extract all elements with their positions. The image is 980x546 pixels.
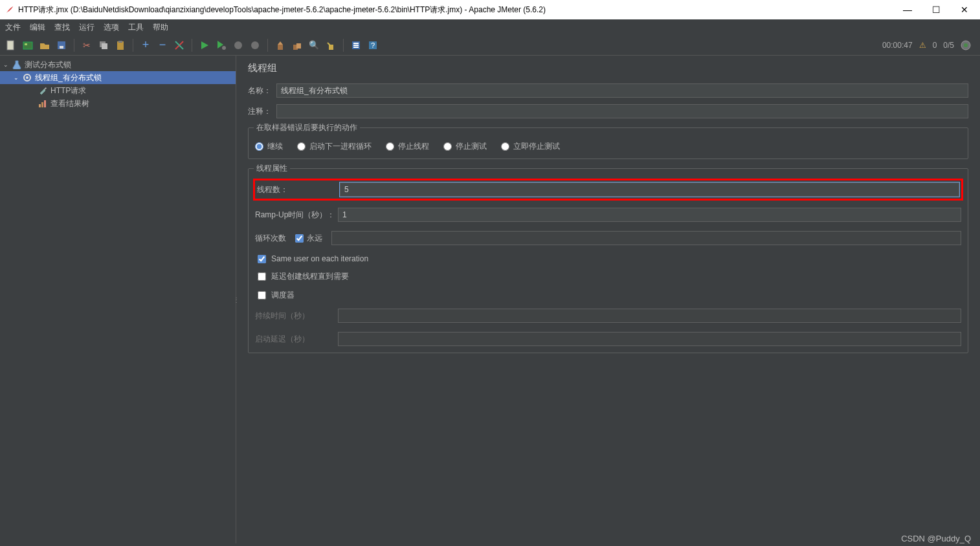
start-no-timers-icon[interactable] <box>214 38 228 52</box>
start-icon[interactable] <box>197 38 212 52</box>
splitter-handle[interactable]: ⋮ <box>233 296 238 303</box>
run-status-icon <box>961 40 971 50</box>
scheduler-checkbox[interactable]: 调度器 <box>258 290 295 301</box>
radio-next-loop[interactable]: 启动下一进程循环 <box>297 141 372 152</box>
tree-results-tree[interactable]: 查看结果树 <box>0 97 236 110</box>
radio-stop-test[interactable]: 停止测试 <box>443 141 487 152</box>
radio-stop-thread[interactable]: 停止线程 <box>386 141 429 152</box>
comment-label: 注释： <box>248 106 276 117</box>
beaker-icon <box>12 60 22 70</box>
radio-stop-thread-label: 停止线程 <box>398 141 429 152</box>
name-label: 名称： <box>248 85 276 96</box>
caret-down-icon[interactable]: ⌄ <box>3 61 9 68</box>
watermark: CSDN @Puddy_Q <box>901 534 971 543</box>
svg-rect-12 <box>278 45 283 50</box>
gear-icon <box>22 72 32 83</box>
clear-icon[interactable] <box>273 38 287 52</box>
svg-point-25 <box>26 76 28 79</box>
menu-file[interactable]: 文件 <box>5 22 21 33</box>
thread-count: 0/5 <box>943 41 954 50</box>
app-icon <box>5 5 14 14</box>
collapse-icon[interactable]: − <box>155 38 170 52</box>
maximize-button[interactable]: ☐ <box>931 5 941 15</box>
thread-props-legend: 线程属性 <box>254 163 290 174</box>
menu-run[interactable]: 运行 <box>79 22 95 33</box>
radio-stop-now[interactable]: 立即停止测试 <box>501 141 560 152</box>
threads-label: 线程数： <box>257 184 340 195</box>
titlebar: HTTP请求.jmx (D:\BaiduNetdiskDownload\qian… <box>0 0 980 19</box>
tree-root[interactable]: ⌄ 测试分布式锁 <box>0 58 236 71</box>
paste-icon[interactable] <box>113 38 128 52</box>
radio-continue[interactable]: 继续 <box>255 141 283 152</box>
search-icon[interactable]: 🔍 <box>307 38 321 52</box>
tree-results-label: 查看结果树 <box>50 98 89 109</box>
expand-icon[interactable]: + <box>139 38 153 52</box>
warning-icon[interactable]: ⚠ <box>919 41 926 50</box>
toggle-icon[interactable] <box>172 38 186 52</box>
svg-rect-1 <box>23 42 32 49</box>
threads-input[interactable] <box>340 182 959 197</box>
error-action-legend: 在取样器错误后要执行的动作 <box>254 122 360 133</box>
tree-root-label: 测试分布式锁 <box>25 60 71 71</box>
menu-edit[interactable]: 编辑 <box>30 22 45 33</box>
elapsed-time: 00:00:47 <box>882 41 913 50</box>
svg-rect-28 <box>41 102 43 107</box>
svg-rect-2 <box>25 43 27 45</box>
same-user-label: Same user on each iteration <box>271 254 368 263</box>
minimize-button[interactable]: — <box>902 5 913 15</box>
svg-rect-8 <box>118 41 122 43</box>
svg-rect-0 <box>7 41 14 50</box>
svg-point-23 <box>964 43 968 47</box>
svg-rect-10 <box>234 41 242 49</box>
menu-help[interactable]: 帮助 <box>153 22 168 33</box>
active-count: 0 <box>933 41 937 50</box>
svg-text:?: ? <box>371 41 375 49</box>
scheduler-label: 调度器 <box>271 290 295 301</box>
same-user-checkbox[interactable]: Same user on each iteration <box>258 254 368 263</box>
forever-checkbox[interactable]: 永远 <box>295 233 322 244</box>
panel-title: 线程组 <box>248 62 968 74</box>
function-helper-icon[interactable] <box>349 38 363 52</box>
copy-icon[interactable] <box>96 38 111 52</box>
svg-rect-18 <box>353 45 359 46</box>
radio-stop-test-label: 停止测试 <box>456 141 487 152</box>
menu-tools[interactable]: 工具 <box>128 22 144 33</box>
test-plan-tree[interactable]: ⌄ 测试分布式锁 ⌄ 线程组_有分布式锁 HTTP请求 查看结果树 ⋮ <box>0 56 236 543</box>
comment-input[interactable] <box>276 104 968 118</box>
delay-create-label: 延迟创建线程直到需要 <box>271 271 349 282</box>
save-icon[interactable] <box>54 38 69 52</box>
radio-continue-label: 继续 <box>267 141 283 152</box>
help-icon[interactable]: ? <box>366 38 380 52</box>
name-input[interactable] <box>276 83 968 98</box>
close-button[interactable]: ✕ <box>959 5 970 15</box>
startup-delay-input <box>338 332 961 346</box>
new-icon[interactable] <box>4 38 18 52</box>
cut-icon[interactable]: ✂ <box>80 38 94 52</box>
templates-icon[interactable] <box>21 38 35 52</box>
duration-label: 持续时间（秒） <box>255 311 338 322</box>
tree-http-sampler[interactable]: HTTP请求 <box>0 84 236 97</box>
tree-thread-group-label: 线程组_有分布式锁 <box>35 72 102 83</box>
svg-rect-4 <box>60 46 63 49</box>
window-title: HTTP请求.jmx (D:\BaiduNetdiskDownload\qian… <box>18 5 546 16</box>
caret-down-icon[interactable]: ⌄ <box>13 74 19 81</box>
menu-search[interactable]: 查找 <box>54 22 70 33</box>
menubar: 文件 编辑 查找 运行 选项 工具 帮助 <box>0 19 980 35</box>
highlight-box: 线程数： <box>253 179 963 201</box>
dropper-icon <box>38 85 48 96</box>
reset-search-icon[interactable] <box>324 38 338 52</box>
open-icon[interactable] <box>38 38 52 52</box>
radio-next-loop-label: 启动下一进程循环 <box>309 141 372 152</box>
toolbar: ✂ + − 🔍 ? 00:00:47 ⚠ 0 0/5 <box>0 35 980 56</box>
shutdown-icon[interactable] <box>248 38 262 52</box>
svg-rect-27 <box>39 104 41 107</box>
delay-create-checkbox[interactable]: 延迟创建线程直到需要 <box>258 271 349 282</box>
loop-count-input <box>331 231 961 245</box>
editor-panel: 线程组 名称： 注释： 在取样器错误后要执行的动作 继续 启动下一进程循环 停止… <box>236 56 980 543</box>
tree-thread-group[interactable]: ⌄ 线程组_有分布式锁 <box>0 71 236 84</box>
menu-options[interactable]: 选项 <box>104 22 119 33</box>
clear-all-icon[interactable] <box>290 38 304 52</box>
stop-icon[interactable] <box>231 38 245 52</box>
rampup-input[interactable] <box>338 208 961 222</box>
loop-label: 循环次数 <box>255 233 286 244</box>
